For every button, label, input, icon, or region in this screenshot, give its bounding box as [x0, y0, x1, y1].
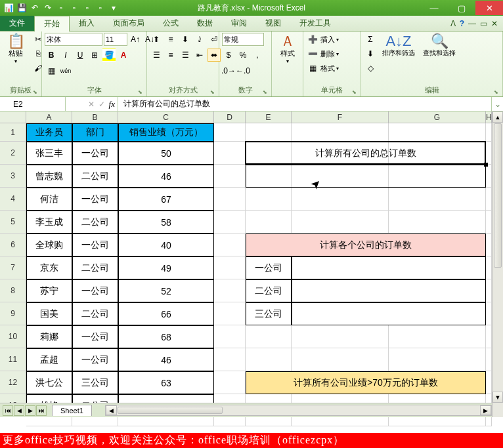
col-header-F[interactable]: F — [292, 112, 389, 123]
table-cell[interactable]: 二公司 — [72, 302, 118, 325]
cell[interactable] — [486, 211, 492, 234]
align-right-icon[interactable]: ☰ — [179, 49, 192, 62]
qat-icon-1[interactable]: ▫ — [55, 2, 67, 14]
save-icon[interactable]: 💾 — [16, 2, 28, 14]
table-cell[interactable]: 苏宁 — [26, 279, 72, 302]
redo-icon[interactable]: ↷ — [42, 2, 54, 14]
cell[interactable] — [292, 325, 389, 348]
underline-button[interactable]: U — [74, 49, 87, 62]
col-header-G[interactable]: G — [389, 112, 486, 123]
table-cell[interactable]: 一公司 — [72, 188, 118, 211]
data-tab[interactable]: 数据 — [188, 16, 222, 31]
table-cell[interactable]: 三公司 — [72, 371, 118, 394]
col-header-A[interactable]: A — [26, 112, 72, 123]
merged-box-total-result[interactable] — [246, 165, 486, 188]
hscroll-thumb[interactable] — [118, 407, 223, 414]
formula-input[interactable]: 计算所有公司的总订单数 — [118, 97, 491, 111]
cell[interactable] — [214, 211, 246, 234]
cancel-formula-icon[interactable]: ✕ — [88, 100, 95, 109]
doc-close-icon[interactable]: ✕ — [491, 19, 498, 28]
row-header-8[interactable]: 8 — [0, 279, 26, 302]
autosum-icon[interactable]: Σ — [364, 33, 377, 46]
new-icon[interactable]: ▫ — [81, 2, 93, 14]
align-top-icon[interactable]: ⬆ — [150, 33, 163, 46]
merged-box-total-orders[interactable]: 计算所有公司的总订单数 — [246, 142, 486, 165]
align-middle-icon[interactable]: ≡ — [164, 33, 177, 46]
cell[interactable] — [214, 234, 246, 256]
vertical-scrollbar[interactable]: ▲ ▼ — [492, 112, 503, 417]
cell[interactable] — [214, 279, 246, 302]
merged-box-over-70[interactable]: 计算所有公司业绩>70万元的订单数 — [246, 371, 486, 394]
col-header-D[interactable]: D — [214, 112, 246, 123]
cell[interactable] — [246, 188, 292, 211]
cell[interactable] — [246, 348, 292, 371]
cell[interactable] — [292, 211, 389, 234]
fill-icon[interactable]: ⬇ — [364, 47, 377, 60]
qat-dropdown-icon[interactable]: ▾ — [108, 2, 120, 14]
table-cell[interactable]: 49 — [118, 256, 214, 279]
company-value[interactable] — [292, 302, 486, 325]
table-cell[interactable]: 京东 — [26, 256, 72, 279]
table-cell[interactable]: 63 — [118, 371, 214, 394]
cell[interactable] — [214, 348, 246, 371]
tab-next-icon[interactable]: ▶ — [25, 405, 35, 416]
cell[interactable] — [246, 211, 292, 234]
table-cell[interactable]: 一公司 — [72, 279, 118, 302]
insert-tab[interactable]: 插入 — [70, 16, 104, 31]
merge-center-icon[interactable]: ⬌ — [208, 49, 221, 62]
table-cell[interactable]: 张三丰 — [26, 142, 72, 165]
phonetic-icon[interactable]: wén — [59, 64, 72, 77]
horizontal-scrollbar[interactable]: ◀ ▶ — [105, 405, 492, 416]
sort-filter-button[interactable]: A↓Z 排序和筛选 — [380, 33, 418, 59]
table-cell[interactable]: 一公司 — [72, 234, 118, 256]
scroll-left-icon[interactable]: ◀ — [106, 405, 117, 415]
cell[interactable] — [486, 279, 492, 302]
select-all-corner[interactable] — [0, 112, 26, 123]
number-format-select[interactable] — [222, 33, 264, 46]
row-header-6[interactable]: 6 — [0, 234, 26, 256]
font-size-select[interactable] — [104, 33, 127, 46]
table-cell[interactable]: 一公司 — [72, 142, 118, 165]
border-style-icon[interactable]: ▦ — [45, 64, 58, 77]
cell[interactable] — [246, 417, 292, 426]
cell[interactable] — [214, 165, 246, 188]
grow-font-icon[interactable]: A↑ — [129, 33, 142, 46]
comma-icon[interactable]: , — [251, 49, 264, 62]
table-cell[interactable]: 58 — [118, 211, 214, 234]
cell[interactable] — [214, 417, 246, 426]
expand-formula-icon[interactable]: ⌄ — [491, 97, 503, 111]
row-header-9[interactable]: 9 — [0, 302, 26, 325]
cell[interactable] — [486, 188, 492, 211]
cell[interactable] — [292, 348, 389, 371]
cell[interactable] — [214, 142, 246, 165]
table-cell[interactable]: 40 — [118, 234, 214, 256]
name-box[interactable]: E2 — [0, 97, 66, 111]
company-label[interactable]: 三公司 — [246, 302, 292, 325]
table-header[interactable]: 部门 — [72, 123, 118, 142]
cell[interactable] — [214, 302, 246, 325]
cell[interactable] — [389, 188, 486, 211]
scroll-down-icon[interactable]: ▼ — [492, 392, 503, 403]
layout-tab[interactable]: 页面布局 — [104, 16, 154, 31]
ribbon-min-icon[interactable]: ᐱ — [450, 19, 456, 28]
formula-tab[interactable]: 公式 — [154, 16, 188, 31]
cell[interactable] — [292, 188, 389, 211]
company-value[interactable] — [292, 279, 486, 302]
table-cell[interactable]: 一公司 — [72, 348, 118, 371]
cell[interactable] — [118, 417, 214, 426]
align-left-icon[interactable]: ☰ — [150, 49, 163, 62]
cell[interactable] — [486, 348, 492, 371]
maximize-button[interactable]: ▢ — [448, 1, 475, 15]
delete-cells-button[interactable]: ➖删除▾ — [306, 47, 339, 60]
currency-icon[interactable]: $ — [222, 49, 235, 62]
scroll-up-icon[interactable]: ▲ — [492, 112, 503, 123]
row-header-3[interactable]: 3 — [0, 165, 26, 188]
cell[interactable] — [486, 234, 492, 256]
minimize-button[interactable]: — — [420, 1, 448, 15]
table-cell[interactable]: 全球购 — [26, 234, 72, 256]
cell[interactable] — [486, 165, 492, 188]
cell[interactable] — [292, 417, 389, 426]
open-icon[interactable]: ▫ — [95, 2, 106, 14]
table-cell[interactable]: 68 — [118, 325, 214, 348]
cell[interactable] — [246, 123, 292, 142]
